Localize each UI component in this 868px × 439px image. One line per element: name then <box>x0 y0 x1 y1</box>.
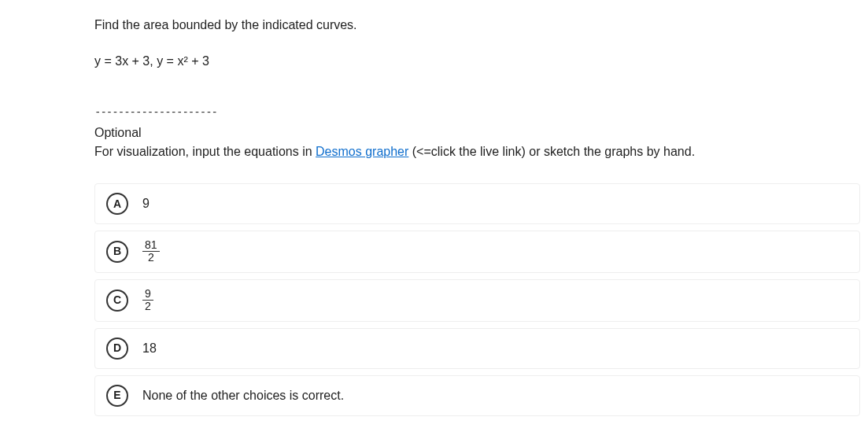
choice-letter: B <box>106 241 128 263</box>
choice-letter: D <box>106 338 128 360</box>
choice-letter: E <box>106 385 128 407</box>
choice-b[interactable]: B 81 2 <box>94 231 860 273</box>
question-equation: y = 3x + 3, y = x² + 3 <box>94 52 860 71</box>
choice-d[interactable]: D 18 <box>94 328 860 369</box>
choice-content: 9 <box>142 194 150 213</box>
visualization-suffix: (<=click the live link) or sketch the gr… <box>408 145 695 158</box>
choice-a[interactable]: A 9 <box>94 183 860 224</box>
fraction-denominator: 2 <box>142 301 153 312</box>
visualization-hint: For visualization, input the equations i… <box>94 142 860 161</box>
question-prompt: Find the area bounded by the indicated c… <box>94 16 860 35</box>
choice-e[interactable]: E None of the other choices is correct. <box>94 375 860 416</box>
section-divider: --------------------- <box>94 104 860 120</box>
choice-content: 9 2 <box>142 288 153 313</box>
choice-content: 81 2 <box>142 239 160 264</box>
fraction-numerator: 81 <box>142 239 160 252</box>
desmos-link[interactable]: Desmos grapher <box>316 145 408 158</box>
optional-section: Optional For visualization, input the eq… <box>94 124 860 161</box>
choice-content: None of the other choices is correct. <box>142 386 344 405</box>
fraction-numerator: 9 <box>142 288 153 301</box>
choice-content: 18 <box>142 339 157 358</box>
fraction-denominator: 2 <box>146 252 157 264</box>
choice-letter: C <box>106 290 128 312</box>
optional-label: Optional <box>94 124 860 142</box>
answer-choices: A 9 B 81 2 C 9 2 D 18 E None of the othe… <box>94 183 860 416</box>
fraction: 9 2 <box>142 288 153 313</box>
fraction: 81 2 <box>142 239 160 264</box>
choice-letter: A <box>106 193 128 215</box>
choice-c[interactable]: C 9 2 <box>94 279 860 322</box>
visualization-prefix: For visualization, input the equations i… <box>94 145 316 158</box>
